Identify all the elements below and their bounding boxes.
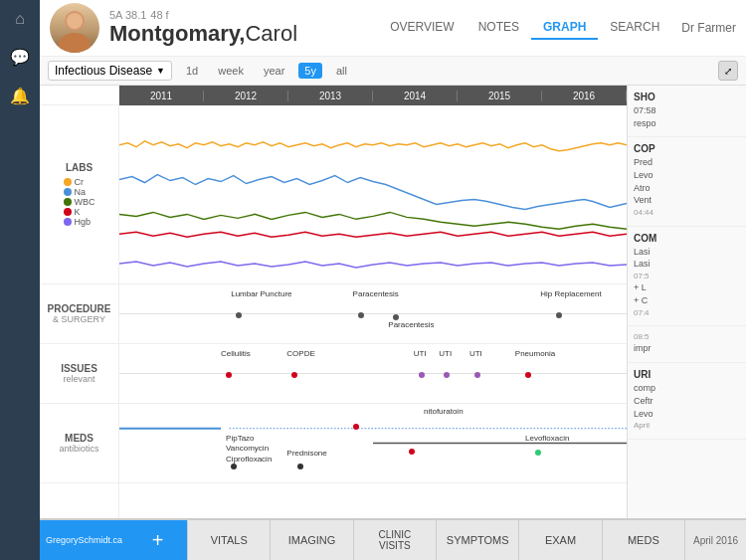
com-time2: 07:4	[634, 308, 740, 318]
com-c: + C	[634, 295, 740, 307]
copde-label: COPDE	[286, 349, 314, 358]
prednisone-dot	[297, 464, 303, 469]
graph-labels: LABS Cr Na WBC	[40, 86, 119, 518]
tab-notes[interactable]: NOTES	[466, 16, 531, 40]
com-lasi2: Lasi	[634, 259, 740, 271]
date-text: April 2016	[693, 535, 738, 546]
uti-label-2: UTI	[439, 349, 452, 358]
na-dot	[64, 188, 72, 196]
uri-comp: comp	[634, 383, 740, 395]
issues-label-section: ISSUES relevant	[40, 344, 118, 404]
timeline-header: 2011 2012 2013 2014 2015 2016	[119, 86, 627, 105]
right-impr-section: 08:5 impr	[628, 326, 746, 363]
time-week[interactable]: week	[212, 63, 250, 79]
year-2015: 2015	[458, 91, 542, 101]
uti-dot-1	[419, 372, 425, 378]
exam-button[interactable]: EXAM	[519, 520, 602, 560]
cr-dot	[64, 178, 72, 186]
legend-k: K	[64, 207, 95, 217]
time-all[interactable]: all	[330, 63, 353, 79]
paracentesis-label-2: Paracentesis	[388, 320, 434, 329]
prednisone-label: Prednisone	[286, 449, 326, 458]
year-2013: 2013	[288, 91, 373, 101]
watermark-section: GregorySchmidt.ca	[40, 520, 128, 560]
legend-wbc: WBC	[64, 197, 95, 207]
right-uri-section: URI comp Ceftr Levo April	[628, 363, 746, 439]
time-year[interactable]: year	[258, 63, 290, 79]
vitals-button[interactable]: VITALS	[188, 520, 271, 560]
header-top: 5A 38.1 48 f Montgomary, Carol OVERVIEW …	[40, 0, 746, 57]
meds-button[interactable]: MEDS	[603, 520, 685, 560]
right-com-section: COM Lasi Lasi 07:5 + L + C 07:4	[628, 227, 746, 327]
sho-title: SHO	[634, 92, 740, 102]
uri-levo: Levo	[634, 409, 740, 421]
year-2012: 2012	[204, 91, 288, 101]
impr-time: 08:5	[634, 332, 740, 342]
symptoms-button[interactable]: SYMPTOMS	[437, 520, 519, 560]
procedure-chart: Lumbar Puncture Paracentesis Paracentesi…	[119, 284, 627, 344]
paracentesis-label-1: Paracentesis	[353, 289, 399, 298]
uti-dot-3	[474, 372, 480, 378]
pneumonia-label: Pneumonia	[515, 349, 555, 358]
issues-chart: Cellulitis COPDE UTI UTI UTI Pneumonia	[119, 344, 627, 404]
meds-subtitle: antibiotics	[59, 444, 98, 454]
year-2011: 2011	[119, 91, 204, 101]
tab-graph[interactable]: GRAPH	[531, 16, 598, 40]
labs-label-section: LABS Cr Na WBC	[40, 105, 118, 284]
expand-button[interactable]: ⤢	[718, 61, 738, 81]
toolbar: Infectious Disease ▼ 1d week year 5y all…	[40, 57, 746, 86]
paracentesis-dot-1	[358, 312, 364, 318]
right-cop-section: COP Pred Levo Atro Vent 04:44	[628, 137, 746, 226]
tab-overview[interactable]: OVERVIEW	[378, 16, 466, 40]
home-icon[interactable]: ⌂	[15, 10, 25, 28]
patient-id: 5A 38.1	[109, 9, 146, 21]
meds-chart: PipTazoVancomycinCiprofloxacin Prednison…	[119, 404, 627, 483]
patient-name-first: Carol	[245, 21, 297, 47]
cop-vent: Vent	[634, 195, 740, 207]
legend-hgb: Hgb	[64, 217, 95, 227]
main-content: 5A 38.1 48 f Montgomary, Carol OVERVIEW …	[40, 0, 746, 560]
right-sho-section: SHO 07:58 respo	[628, 86, 746, 137]
nitofuratoin-label: nitofuratoin	[424, 407, 464, 416]
lumbar-puncture-label: Lumbar Puncture	[231, 289, 291, 298]
procedure-label-section: PROCEDURE & SURGERY	[40, 284, 118, 344]
cellulitis-label: Cellulitis	[221, 349, 251, 358]
k-label: K	[75, 207, 81, 217]
pneumonia-dot	[525, 372, 531, 378]
tab-search[interactable]: SEARCH	[598, 16, 671, 40]
uti-label-1: UTI	[414, 349, 427, 358]
wbc-label: WBC	[75, 197, 95, 207]
patient-age: 48 f	[150, 9, 168, 21]
issues-subtitle: relevant	[63, 374, 94, 384]
levofloxacin-label: Levofloxacin	[525, 434, 569, 443]
uri-date: April	[634, 421, 740, 431]
com-title: COM	[634, 233, 740, 244]
labs-title: LABS	[66, 162, 93, 173]
doctor-name: Dr Farmer	[681, 21, 736, 35]
svg-point-1	[59, 33, 91, 53]
legend-na: Na	[64, 187, 95, 197]
uri-ceftr: Ceftr	[634, 396, 740, 408]
year-2014: 2014	[373, 91, 458, 101]
com-time1: 07:5	[634, 272, 740, 281]
time-1d[interactable]: 1d	[180, 63, 204, 79]
meds-label-section: MEDS antibiotics	[40, 404, 118, 483]
watermark-text: GregorySchmidt.ca	[46, 535, 122, 545]
bell-icon[interactable]: 🔔	[10, 87, 30, 105]
imaging-button[interactable]: IMAGING	[271, 520, 353, 560]
cr-label: Cr	[75, 177, 85, 187]
date-label: April 2016	[685, 520, 746, 560]
cop-time: 04:44	[634, 208, 740, 218]
hip-replacement-label: Hip Replacement	[540, 289, 601, 298]
clinic-visits-button[interactable]: CLINICVISITS	[354, 520, 437, 560]
meds-title: MEDS	[65, 433, 93, 444]
chat-icon[interactable]: 💬	[10, 48, 30, 67]
time-5y[interactable]: 5y	[298, 63, 322, 79]
dropdown-arrow: ▼	[156, 66, 165, 76]
issues-title: ISSUES	[61, 363, 97, 374]
left-sidebar: ⌂ 💬 🔔	[0, 0, 40, 560]
department-select[interactable]: Infectious Disease ▼	[48, 61, 172, 81]
cop-atro: Atro	[634, 183, 740, 195]
add-button[interactable]: +	[128, 520, 188, 560]
com-l: + L	[634, 282, 740, 294]
